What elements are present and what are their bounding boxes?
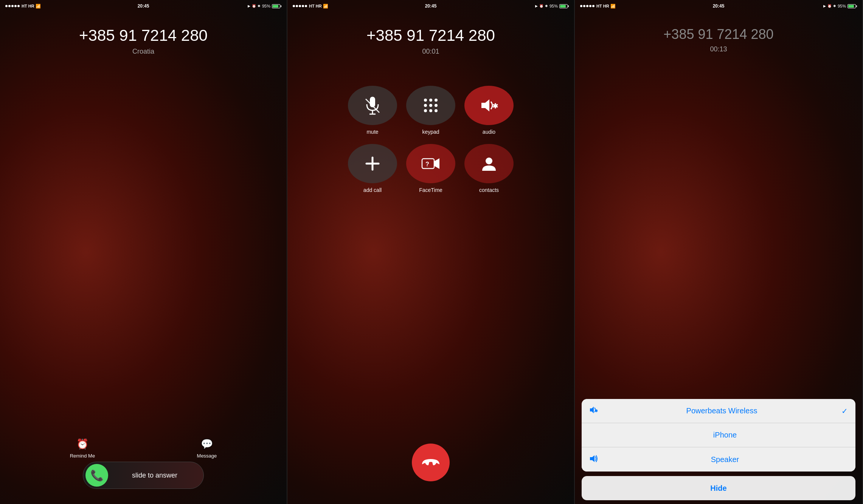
- audio-picker-panel: ✱ Powerbeats Wireless ✓ iPhone: [582, 399, 855, 504]
- facetime-button[interactable]: ? FaceTime: [406, 144, 455, 193]
- battery-icon-2: [559, 4, 569, 8]
- signal-dot: [293, 5, 295, 7]
- answer-knob[interactable]: 📞: [85, 464, 108, 487]
- alarm-icon-3: ⏰: [827, 4, 832, 8]
- signal-dot: [580, 5, 582, 7]
- status-right-1: ▶ ⏰ ✱ 95%: [248, 4, 281, 8]
- caller-number-2: +385 91 7214 280: [366, 26, 495, 45]
- signal-dots-2: [293, 5, 307, 7]
- audio-option-iphone[interactable]: iPhone: [582, 423, 855, 447]
- end-call-button[interactable]: [412, 444, 450, 481]
- status-bar-3: HT HR 📶 20:45 ▶ ⏰ ✱ 95%: [575, 0, 862, 11]
- wifi-icon-1: 📶: [36, 4, 41, 9]
- facetime-label: FaceTime: [419, 187, 442, 193]
- caller-location-1: Croatia: [132, 48, 154, 56]
- svg-text:✱: ✱: [595, 409, 598, 413]
- signal-dots-3: [580, 5, 594, 7]
- time-2: 20:45: [425, 3, 437, 9]
- hide-button[interactable]: Hide: [582, 476, 855, 500]
- contacts-button[interactable]: contacts: [464, 144, 514, 193]
- bluetooth-icon-1: ✱: [258, 4, 261, 8]
- signal-dot: [5, 5, 8, 7]
- alarm-icon-2: ⏰: [539, 4, 543, 8]
- status-bar-2: HT HR 📶 20:45 ▶ ⏰ ✱ 95%: [287, 0, 574, 11]
- battery-pct-3: 95%: [838, 4, 846, 8]
- svg-point-9: [435, 104, 438, 107]
- svg-point-20: [486, 158, 492, 164]
- svg-text:?: ?: [425, 161, 429, 167]
- audio-options-list: ✱ Powerbeats Wireless ✓ iPhone: [582, 399, 855, 472]
- add-call-circle: [348, 144, 397, 183]
- screen-incoming: HT HR 📶 20:45 ▶ ⏰ ✱ 95% +385 91 7214 280…: [0, 0, 287, 504]
- alarm-icon-1: ⏰: [252, 4, 256, 8]
- signal-dot: [302, 5, 304, 7]
- call-timer-1: 00:01: [422, 48, 439, 56]
- audio-option-speaker[interactable]: Speaker: [582, 447, 855, 472]
- bluetooth-icon-3: ✱: [833, 4, 836, 8]
- location-icon-3: ▶: [823, 4, 826, 8]
- svg-point-8: [429, 104, 432, 107]
- signal-dot: [592, 5, 594, 7]
- svg-point-5: [429, 99, 432, 102]
- location-icon-1: ▶: [248, 4, 250, 8]
- contacts-label: contacts: [479, 187, 499, 193]
- signal-dot: [583, 5, 585, 7]
- audio-option-powerbeats[interactable]: ✱ Powerbeats Wireless ✓: [582, 399, 855, 423]
- call-timer-2: 00:13: [710, 45, 727, 53]
- svg-point-4: [424, 99, 427, 102]
- bluetooth-audio-icon: ✱: [589, 406, 602, 416]
- incoming-actions: ⏰ Remind Me 💬 Message: [0, 438, 287, 459]
- slide-text: slide to answer: [108, 472, 201, 479]
- remind-me-label: Remind Me: [70, 453, 95, 459]
- svg-text:✱: ✱: [492, 102, 498, 110]
- add-call-button[interactable]: add call: [348, 144, 397, 193]
- battery-icon-1: [272, 4, 281, 8]
- keypad-label: keypad: [422, 129, 439, 135]
- status-right-2: ▶ ⏰ ✱ 95%: [535, 4, 569, 8]
- time-3: 20:45: [713, 3, 725, 9]
- audio-label: audio: [483, 129, 495, 135]
- svg-marker-21: [590, 407, 594, 413]
- svg-point-6: [435, 99, 438, 102]
- signal-dot: [11, 5, 14, 7]
- wifi-icon-3: 📶: [610, 4, 616, 9]
- svg-marker-18: [434, 158, 439, 169]
- active-call-content: +385 91 7214 280 00:01 mute: [287, 11, 574, 504]
- audio-button[interactable]: ✱ audio: [464, 86, 514, 135]
- message-button[interactable]: 💬 Message: [197, 438, 217, 459]
- svg-marker-23: [590, 455, 594, 462]
- status-right-3: ▶ ⏰ ✱ 95%: [823, 4, 857, 8]
- battery-pct-2: 95%: [549, 4, 558, 8]
- speaker-audio-icon: [589, 455, 602, 465]
- signal-dot: [14, 5, 17, 7]
- status-left-2: HT HR 📶: [293, 4, 328, 9]
- signal-dot: [17, 5, 20, 7]
- svg-point-11: [429, 109, 432, 112]
- wifi-icon-2: 📶: [323, 4, 328, 9]
- powerbeats-label: Powerbeats Wireless: [602, 407, 841, 415]
- message-label: Message: [197, 453, 217, 459]
- keypad-button[interactable]: keypad: [406, 86, 455, 135]
- status-left-3: HT HR 📶: [580, 4, 616, 9]
- remind-me-button[interactable]: ⏰ Remind Me: [70, 438, 95, 459]
- battery-pct-1: 95%: [262, 4, 270, 8]
- carrier-label-2: HT HR: [309, 4, 322, 8]
- screen-audio-picker: HT HR 📶 20:45 ▶ ⏰ ✱ 95% +385 91 7214 280…: [575, 0, 863, 504]
- svg-marker-13: [481, 99, 489, 111]
- svg-point-12: [435, 109, 438, 112]
- battery-icon-3: [847, 4, 857, 8]
- svg-point-7: [424, 104, 427, 107]
- mute-circle: [348, 86, 397, 125]
- screen-active: HT HR 📶 20:45 ▶ ⏰ ✱ 95% +385 91 7214 280…: [287, 0, 575, 504]
- slide-to-answer-bar[interactable]: 📞 slide to answer: [83, 462, 204, 489]
- hide-label: Hide: [710, 484, 726, 493]
- add-call-label: add call: [363, 187, 382, 193]
- caller-number-1: +385 91 7214 280: [79, 26, 208, 45]
- mute-button[interactable]: mute: [348, 86, 397, 135]
- speaker-label: Speaker: [602, 455, 848, 464]
- signal-dot: [586, 5, 588, 7]
- signal-dots-1: [5, 5, 20, 7]
- keypad-circle: [406, 86, 455, 125]
- phone-icon: 📞: [90, 469, 104, 482]
- iphone-label: iPhone: [602, 431, 848, 439]
